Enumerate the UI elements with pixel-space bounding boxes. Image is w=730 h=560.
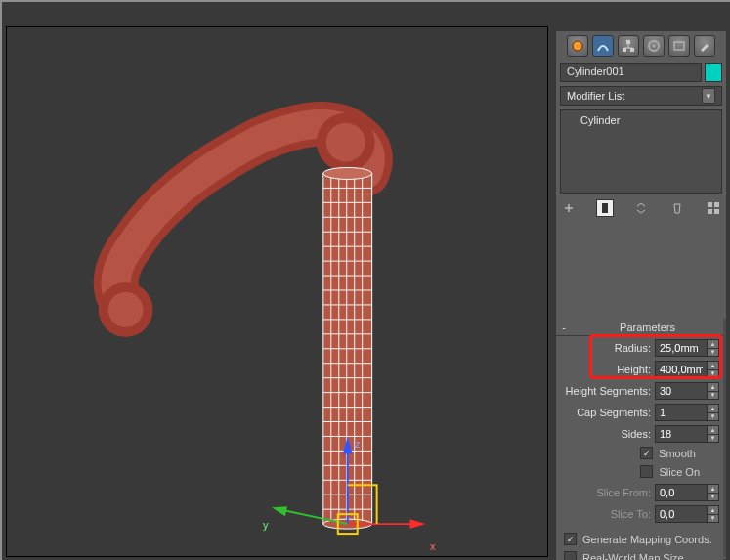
create-tab-icon[interactable] — [567, 35, 588, 57]
svg-rect-54 — [708, 202, 712, 207]
viewport[interactable]: x y z — [6, 26, 548, 557]
parameters-rollout: - Parameters Radius: ▲▼ Height: ▲▼ Heigh… — [556, 319, 723, 560]
real-world-checkbox[interactable] — [564, 551, 577, 560]
object-name-field[interactable]: Cylinder001 — [560, 63, 702, 82]
svg-rect-52 — [674, 42, 684, 50]
svg-point-3 — [326, 123, 365, 162]
radius-input[interactable] — [655, 339, 708, 357]
utilities-tab-icon[interactable] — [694, 35, 715, 57]
modifier-stack[interactable]: Cylinder — [560, 109, 722, 194]
slice-from-label: Slice From: — [596, 487, 655, 498]
generate-mapping-checkbox[interactable]: ✓ — [564, 533, 577, 545]
slice-on-label: Slice On — [659, 466, 700, 478]
slice-from-input[interactable] — [655, 484, 708, 501]
panel-scrollbar[interactable] — [723, 319, 726, 557]
smooth-checkbox[interactable]: ✓ — [640, 447, 653, 459]
sides-label: Sides: — [621, 428, 655, 440]
height-segments-spinner[interactable]: ▲▼ — [708, 382, 719, 400]
command-panel: Cylinder001 Modifier List ▼ Cylinder - P… — [556, 31, 726, 559]
rollout-header[interactable]: - Parameters — [556, 319, 723, 336]
svg-rect-47 — [630, 48, 634, 52]
svg-rect-53 — [602, 203, 608, 213]
rollout-collapse-icon: - — [556, 322, 572, 333]
pin-stack-icon[interactable] — [560, 199, 578, 217]
modifier-list-dropdown[interactable]: Modifier List ▼ — [560, 86, 722, 106]
radius-spinner[interactable]: ▲▼ — [708, 339, 719, 357]
make-unique-icon[interactable] — [632, 199, 650, 217]
height-input[interactable] — [655, 361, 708, 378]
svg-rect-45 — [626, 40, 630, 44]
slice-from-spinner[interactable]: ▲▼ — [708, 484, 719, 501]
stack-item-cylinder[interactable]: Cylinder — [567, 114, 715, 126]
smooth-label: Smooth — [659, 448, 696, 459]
modifier-list-label: Modifier List — [567, 90, 624, 102]
svg-rect-57 — [714, 209, 719, 214]
stack-tools — [560, 197, 722, 219]
svg-point-51 — [653, 45, 656, 48]
rollout-title: Parameters — [572, 322, 723, 333]
object-name-text: Cylinder001 — [567, 65, 624, 77]
svg-marker-42 — [272, 506, 287, 516]
slice-on-checkbox[interactable] — [640, 465, 653, 478]
axis-x-label: x — [430, 540, 436, 552]
svg-rect-46 — [623, 48, 626, 52]
motion-tab-icon[interactable] — [643, 35, 665, 57]
svg-rect-55 — [714, 202, 719, 207]
sides-input[interactable] — [655, 425, 708, 443]
height-spinner[interactable]: ▲▼ — [708, 361, 719, 378]
modify-tab-icon[interactable] — [592, 35, 614, 57]
remove-modifier-icon[interactable] — [668, 199, 686, 217]
show-end-result-icon[interactable] — [596, 199, 614, 217]
generate-mapping-label: Generate Mapping Coords. — [582, 534, 712, 545]
cap-segments-spinner[interactable]: ▲▼ — [708, 404, 719, 421]
cap-segments-label: Cap Segments: — [577, 407, 655, 418]
svg-marker-40 — [409, 519, 425, 529]
height-label: Height: — [617, 364, 655, 375]
configure-sets-icon[interactable] — [705, 199, 722, 217]
slice-to-input[interactable] — [655, 505, 708, 523]
radius-label: Radius: — [615, 342, 655, 354]
axis-y-label: y — [263, 519, 269, 531]
real-world-label: Real-World Map Size — [582, 552, 684, 561]
height-segments-input[interactable] — [655, 382, 708, 400]
hierarchy-tab-icon[interactable] — [618, 35, 639, 57]
sides-spinner[interactable]: ▲▼ — [708, 425, 719, 443]
axis-z-label: z — [355, 438, 361, 450]
command-panel-tabs — [556, 31, 726, 63]
cap-segments-input[interactable] — [655, 404, 708, 421]
height-segments-label: Height Segments: — [566, 385, 655, 397]
svg-point-35 — [323, 167, 372, 179]
svg-point-1 — [108, 292, 144, 327]
slice-to-label: Slice To: — [611, 508, 655, 520]
display-tab-icon[interactable] — [668, 35, 690, 57]
chevron-down-icon: ▼ — [702, 88, 715, 104]
viewport-scene — [7, 27, 547, 556]
object-color-swatch[interactable] — [705, 63, 722, 82]
svg-point-44 — [573, 41, 582, 51]
svg-rect-56 — [708, 209, 712, 214]
slice-to-spinner[interactable]: ▲▼ — [708, 505, 719, 523]
